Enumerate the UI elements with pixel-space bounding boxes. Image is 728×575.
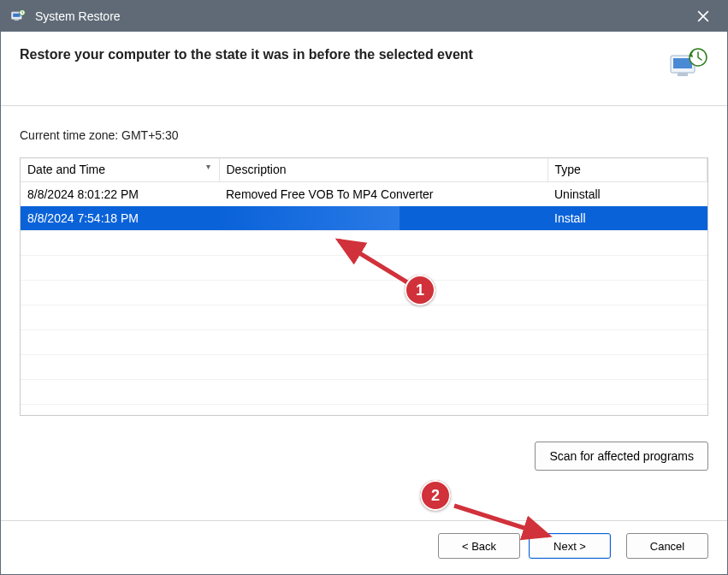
svg-rect-6 — [678, 73, 688, 76]
column-header-date[interactable]: Date and Time ▾ — [21, 158, 219, 182]
restore-points-table: Date and Time ▾ Description Type 8/8/202… — [20, 157, 708, 416]
sort-desc-icon: ▾ — [206, 162, 210, 171]
scan-affected-programs-button[interactable]: Scan for affected programs — [535, 442, 708, 471]
page-heading: Restore your computer to the state it wa… — [20, 47, 473, 62]
next-button[interactable]: Next > — [529, 533, 611, 559]
window-title: System Restore — [35, 9, 688, 23]
titlebar: System Restore — [1, 1, 727, 32]
column-header-description[interactable]: Description — [219, 158, 547, 182]
cell-description: Removed Free VOB To MP4 Converter — [219, 182, 547, 207]
cancel-button[interactable]: Cancel — [626, 533, 708, 559]
table-row[interactable]: 8/8/2024 7:54:18 PM Install — [21, 206, 707, 231]
wizard-main: Current time zone: GMT+5:30 Date and Tim… — [1, 106, 727, 505]
timezone-label: Current time zone: GMT+5:30 — [20, 128, 708, 142]
column-header-date-label: Date and Time — [27, 163, 105, 176]
cell-type: Uninstall — [547, 182, 707, 207]
cell-date: 8/8/2024 7:54:18 PM — [21, 206, 219, 231]
column-header-type[interactable]: Type — [547, 158, 707, 182]
column-header-description-label: Description — [227, 163, 287, 176]
cell-type: Install — [547, 206, 707, 231]
wizard-footer: < Back Next > Cancel — [1, 521, 727, 574]
column-header-type-label: Type — [555, 163, 581, 176]
wizard-header: Restore your computer to the state it wa… — [1, 32, 727, 106]
close-icon — [697, 10, 709, 22]
table-header-row: Date and Time ▾ Description Type — [21, 158, 707, 182]
cell-date: 8/8/2024 8:01:22 PM — [21, 182, 219, 207]
cell-description — [219, 206, 547, 231]
scan-row: Scan for affected programs — [20, 442, 708, 471]
table-row[interactable]: 8/8/2024 8:01:22 PM Removed Free VOB To … — [21, 182, 707, 207]
system-restore-window: System Restore Restore your computer to … — [0, 0, 728, 575]
system-restore-icon — [9, 8, 27, 25]
svg-rect-2 — [15, 19, 19, 21]
svg-rect-1 — [13, 14, 20, 17]
restore-hero-icon — [667, 47, 708, 81]
close-button[interactable] — [688, 1, 719, 32]
back-button[interactable]: < Back — [438, 533, 520, 559]
